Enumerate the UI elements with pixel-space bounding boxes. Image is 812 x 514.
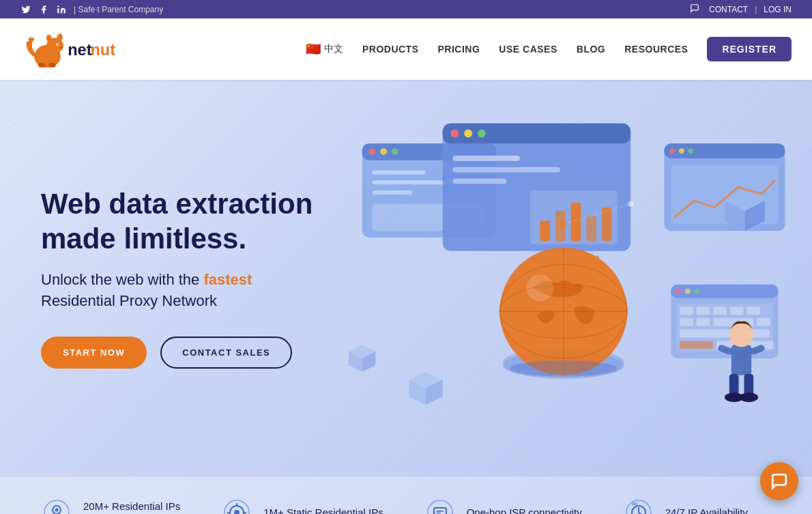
svg-point-95 — [234, 510, 240, 514]
stat-residential-label: 20M+ Residential IPsworldwide — [83, 500, 180, 515]
nav-resources[interactable]: RESOURCES — [624, 44, 688, 55]
svg-point-92 — [55, 509, 59, 512]
svg-rect-59 — [730, 306, 744, 315]
stat-residential-ips: 20M+ Residential IPsworldwide — [41, 497, 180, 514]
facebook-icon[interactable] — [38, 4, 49, 15]
svg-point-53 — [685, 289, 691, 294]
svg-point-43 — [510, 360, 617, 377]
svg-rect-34 — [602, 208, 612, 241]
contact-sales-button[interactable]: CONTACT SALES — [160, 337, 292, 369]
svg-point-90 — [44, 500, 69, 514]
svg-rect-64 — [757, 318, 770, 326]
top-bar-right: CONTACT | LOG IN — [690, 3, 792, 15]
stat-availability: 24/7 24/7 IP Availability — [623, 497, 748, 514]
hero-buttons: START NOW CONTACT SALES — [41, 337, 314, 369]
svg-point-23 — [451, 130, 459, 138]
hero-subtitle: Unlock the web with the fastest Resident… — [41, 270, 314, 312]
nav-use-cases[interactable]: USE CASES — [499, 44, 557, 55]
stat-isp-text: One-hop ISP connectivity — [467, 506, 582, 514]
stats-bar: 20M+ Residential IPsworldwide 1M+ Static… — [0, 476, 812, 514]
svg-rect-61 — [680, 318, 693, 326]
language-label: 中文 — [324, 43, 343, 55]
location-pin-icon — [41, 497, 72, 514]
svg-rect-60 — [747, 306, 761, 315]
top-divider: | — [755, 5, 757, 14]
language-selector[interactable]: 🇨🇳 中文 — [306, 42, 343, 57]
svg-point-46 — [669, 148, 675, 154]
stat-isp-label: One-hop ISP connectivity — [467, 506, 582, 514]
svg-point-47 — [679, 148, 684, 154]
svg-rect-57 — [697, 306, 710, 315]
hero-subtitle-end: Residential Proxy Network — [41, 292, 217, 309]
login-link[interactable]: LOG IN — [764, 5, 792, 14]
svg-point-25 — [478, 130, 486, 138]
top-bar-left: | Safe·t Parent Company — [20, 4, 163, 15]
svg-point-9 — [48, 63, 56, 68]
svg-rect-18 — [373, 180, 453, 184]
svg-point-8 — [38, 63, 46, 68]
svg-rect-66 — [680, 341, 713, 349]
navbar: net nut 🇨🇳 中文 PRODUCTS PRICING USE CASES… — [0, 18, 812, 80]
svg-point-16 — [392, 148, 398, 155]
svg-text:ISP: ISP — [435, 510, 441, 514]
svg-rect-27 — [453, 167, 560, 173]
nav-pricing[interactable]: PRICING — [438, 44, 480, 55]
register-button[interactable]: REGISTER — [707, 37, 792, 61]
svg-text:nut: nut — [90, 41, 115, 59]
stat-static-text: 1M+ Static Residential IPs — [263, 506, 383, 514]
svg-rect-19 — [373, 190, 413, 195]
stat-static-ips: 1M+ Static Residential IPs — [221, 497, 383, 514]
svg-rect-32 — [571, 203, 581, 241]
stat-static-label: 1M+ Static Residential IPs — [263, 506, 383, 514]
svg-text:24/7: 24/7 — [632, 502, 638, 506]
start-now-button[interactable]: START NOW — [41, 337, 147, 369]
svg-point-6 — [57, 44, 59, 45]
svg-point-42 — [527, 274, 553, 301]
top-bar: | Safe·t Parent Company CONTACT | LOG IN — [0, 0, 812, 18]
svg-rect-58 — [713, 306, 727, 315]
svg-point-7 — [60, 47, 63, 49]
clock-icon: 24/7 — [623, 497, 654, 514]
svg-rect-17 — [373, 171, 426, 175]
nav-blog[interactable]: BLOG — [577, 44, 605, 55]
svg-rect-68 — [731, 345, 752, 375]
svg-rect-33 — [586, 216, 596, 240]
svg-point-48 — [688, 148, 694, 154]
svg-point-0 — [57, 5, 59, 7]
svg-text:net: net — [68, 41, 91, 59]
svg-point-14 — [369, 148, 376, 155]
twitter-icon[interactable] — [20, 4, 31, 15]
isp-icon: ISP — [424, 497, 456, 514]
svg-rect-30 — [540, 220, 551, 241]
chat-bubble-button[interactable] — [760, 462, 798, 500]
ip-icon — [221, 497, 252, 514]
svg-rect-56 — [680, 306, 693, 315]
linkedin-icon[interactable] — [56, 4, 67, 15]
china-flag: 🇨🇳 — [306, 42, 321, 57]
svg-point-75 — [740, 392, 759, 402]
hero-content: Web data extraction made limitless. Unlo… — [0, 146, 355, 409]
navbar-nav: 🇨🇳 中文 PRODUCTS PRICING USE CASES BLOG RE… — [306, 37, 792, 61]
svg-rect-65 — [680, 330, 770, 338]
svg-point-15 — [380, 148, 387, 155]
svg-point-24 — [464, 130, 472, 138]
svg-point-52 — [676, 289, 681, 294]
parent-company: | Safe·t Parent Company — [74, 5, 163, 14]
hero-subtitle-plain: Unlock the web with the — [41, 271, 203, 288]
stat-availability-text: 24/7 IP Availability — [665, 506, 748, 514]
stat-residential-text: 20M+ Residential IPsworldwide — [83, 500, 180, 515]
stat-availability-label: 24/7 IP Availability — [665, 506, 748, 514]
hero-subtitle-bold: fastest — [203, 271, 252, 288]
chat-icon — [690, 3, 699, 15]
stat-isp: ISP One-hop ISP connectivity — [424, 497, 582, 514]
svg-rect-26 — [453, 156, 520, 161]
hero-title: Web data extraction made limitless. — [41, 187, 314, 256]
nav-products[interactable]: PRODUCTS — [362, 44, 419, 55]
contact-link[interactable]: CONTACT — [709, 5, 748, 14]
logo[interactable]: net nut — [20, 25, 143, 73]
svg-rect-62 — [697, 318, 710, 326]
svg-point-54 — [695, 289, 700, 294]
svg-point-69 — [729, 323, 753, 347]
hero-illustration — [308, 80, 812, 476]
svg-rect-28 — [453, 178, 507, 184]
